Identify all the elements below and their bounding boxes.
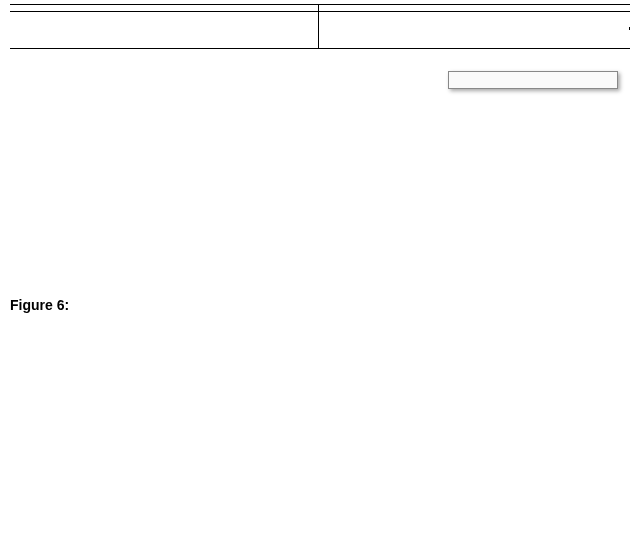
- figure-6: Figure 6:: [10, 61, 630, 313]
- bar-chart: [10, 61, 440, 291]
- param-cell: [10, 42, 319, 49]
- header-desc: [319, 5, 630, 12]
- header-param: [10, 5, 319, 12]
- table-row: [10, 42, 630, 49]
- desc-cell: [319, 42, 630, 49]
- hyperparam-table: [10, 4, 630, 49]
- chart-svg-box: [10, 61, 440, 291]
- fig-label: Figure 6:: [10, 297, 69, 313]
- table: [10, 4, 630, 49]
- legend: [448, 71, 618, 89]
- figure-caption-fragment: Figure 6:: [10, 297, 630, 313]
- chart-area: [10, 61, 630, 291]
- table-header-row: [10, 5, 630, 12]
